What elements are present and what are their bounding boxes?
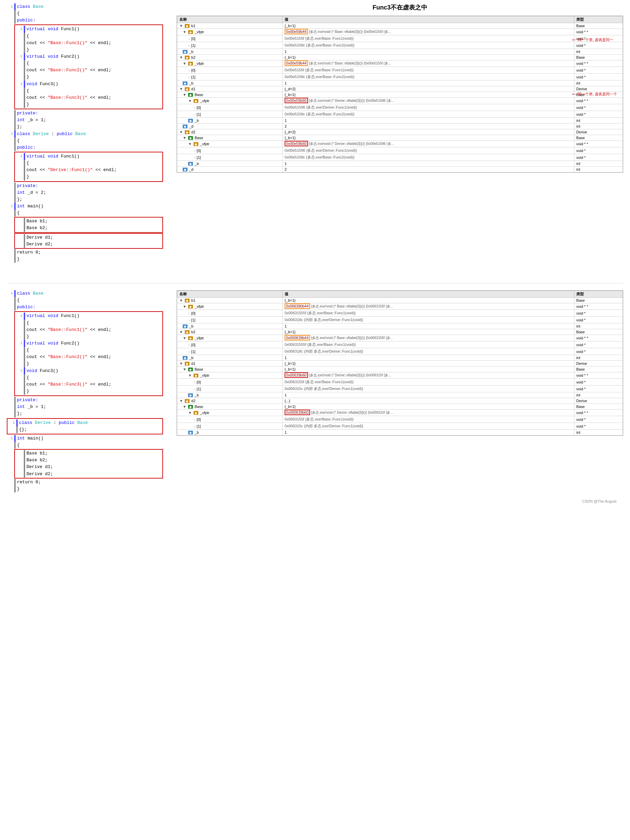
td-type: void * * — [574, 98, 622, 104]
line-content: } — [27, 174, 161, 180]
code-line: Base b2; — [16, 457, 161, 464]
line-bar — [14, 297, 16, 304]
line-content: { — [27, 33, 161, 40]
td-name: ▼ ◆ b2 — [177, 329, 283, 335]
col-header-type: 类型 — [574, 16, 622, 23]
line-bar — [24, 241, 25, 248]
line-num — [7, 256, 13, 256]
td-value: 1 — [283, 118, 574, 123]
derive-class-box-2: 1 class Derive : public Base {}; — [7, 418, 163, 434]
code-line: }; — [7, 196, 163, 203]
line-num — [7, 404, 13, 404]
table-row: ▼ ◆ d2 {...} Derive — [177, 398, 623, 404]
td-value: 0x00e5155f {多态.exe!Base::Func1(void)} — [283, 67, 574, 74]
code-line: 1 virtual void Func2() — [16, 340, 161, 347]
td-type: void * * — [574, 372, 622, 379]
table-row: ▼ ◆ _vfptr 0x00e59b44 {多态.exe!void (* Ba… — [177, 60, 623, 67]
td-value: 0x00e5158c {多态.exe!Base::Func2(void)} — [283, 111, 574, 118]
td-name: ▼ ◆ _vfptr — [177, 372, 283, 379]
td-name: ▼ ◆ Base — [177, 92, 283, 98]
code-line: 1 class Base — [7, 290, 163, 297]
td-name: ▼ ◆ _vfptr — [177, 98, 283, 104]
line-content: class Derive : public Base — [17, 131, 163, 137]
code-line: 1 class Derive : public Base — [9, 420, 161, 426]
td-name: ◆ _b — [177, 118, 283, 123]
virtual-methods-box: 1 virtual void Func1() { cout << "Base::… — [14, 24, 163, 109]
td-type: void * — [574, 310, 622, 317]
td-type: void * — [574, 154, 622, 161]
table-row: ▼ ◆ Base {_b=1} Base — [177, 404, 623, 410]
line-num: 1 — [7, 290, 13, 296]
td-type: int — [574, 355, 622, 361]
td-name: ○ [0] — [177, 341, 283, 348]
line-content: virtual void Func1() — [27, 26, 161, 33]
code-panel-bottom: 1 class Base { public: 1 — [7, 290, 163, 493]
line-bar — [14, 17, 16, 24]
line-content: cout << "Base::Func2()" << endl; — [27, 354, 161, 360]
td-name: ◆ _b — [177, 355, 283, 361]
line-num — [16, 234, 22, 235]
code-line: { — [16, 160, 161, 167]
line-content: }; — [17, 123, 163, 130]
code-line: { — [7, 10, 163, 17]
base-decl-box-2: Base b1; Base b2; Derive d1; — [14, 449, 163, 478]
line-bar — [14, 290, 16, 297]
col-header-type: 类型 — [574, 291, 622, 298]
td-name: ○ [1] — [177, 385, 283, 392]
td-type: void * * — [574, 60, 622, 67]
code-line: Base b2; — [16, 225, 161, 232]
line-content: { — [27, 374, 161, 381]
td-value: 0x00631555f {多态.exe!Base::Func1(void)} — [283, 310, 574, 317]
code-line: public: — [7, 144, 163, 151]
td-value: 0x00e5158c {多态.exe!Base::Func2(void)} — [283, 42, 574, 49]
table-row: ▼ ◆ Base {_b=1} Base — [177, 366, 623, 372]
td-value: 0x006318c {内部 多态.exe!Derive::Func1(void)… — [283, 317, 574, 324]
line-bar — [14, 144, 16, 151]
line-bar — [14, 137, 16, 144]
td-name: ▼ ◆ b1 — [177, 298, 283, 303]
td-type: void * * — [574, 303, 622, 310]
line-bar — [14, 203, 16, 210]
line-bar — [14, 411, 16, 417]
code-line: { — [7, 442, 163, 449]
line-content: private: — [17, 397, 163, 404]
code-line: cout << "Base::Func1()" << endl; — [16, 327, 161, 333]
td-value: {_b=1} — [283, 329, 574, 335]
td-type: Base — [574, 404, 622, 410]
line-bar — [16, 420, 17, 426]
line-bar — [14, 183, 16, 189]
line-num — [16, 374, 22, 375]
td-name: ▼ ◆ Base — [177, 135, 283, 141]
line-num — [16, 67, 22, 67]
td-name: ○ [1] — [177, 74, 283, 81]
td-name: ▼ ◆ Base — [177, 404, 283, 410]
line-content: } — [27, 333, 161, 340]
line-content: return 0; — [17, 479, 163, 486]
code-line: Derive d1; — [16, 234, 161, 241]
line-num — [7, 304, 13, 304]
line-num — [7, 17, 13, 17]
line-num — [7, 210, 13, 210]
td-value: 0x00e5155f {多态.exe!Base::Func1(void)} — [283, 35, 574, 42]
line-content: } — [27, 74, 161, 81]
line-bar — [24, 218, 25, 225]
td-name: ▼ ◆ d2 — [177, 129, 283, 135]
table-row: ▼ ◆ _vfptr 0x00e59b60 {多态.exe!void (* De… — [177, 98, 623, 104]
td-type: Derive — [574, 129, 622, 135]
table-row: ▼ ◆ _vfptr 0x00e59b44 {多态.exe!void (* Ba… — [177, 29, 623, 35]
td-type: int — [574, 429, 622, 436]
line-num — [7, 297, 13, 297]
td-value: 0x006315c {内部 多态.exe!Derive::Func1(void)… — [283, 423, 574, 429]
line-bar — [14, 189, 16, 196]
td-value: 0x00639b60 {多态.exe!void (* Derive::vftab… — [283, 372, 574, 379]
td-value: {_b=1} — [283, 135, 574, 141]
line-num — [16, 450, 22, 450]
line-bar — [24, 340, 25, 347]
code-line: Derive d2; — [16, 471, 161, 477]
line-content: int main() — [17, 435, 163, 442]
table-row: ○ [1] 0x00e5158c {多态.exe!Base::Func2(voi… — [177, 42, 623, 49]
line-bar — [14, 479, 16, 486]
td-value: 0x00e59b60 {多态.exe!void (* Derive::vftab… — [283, 141, 574, 147]
td-name: ○ [1] — [177, 423, 283, 429]
line-content: { — [17, 442, 163, 449]
